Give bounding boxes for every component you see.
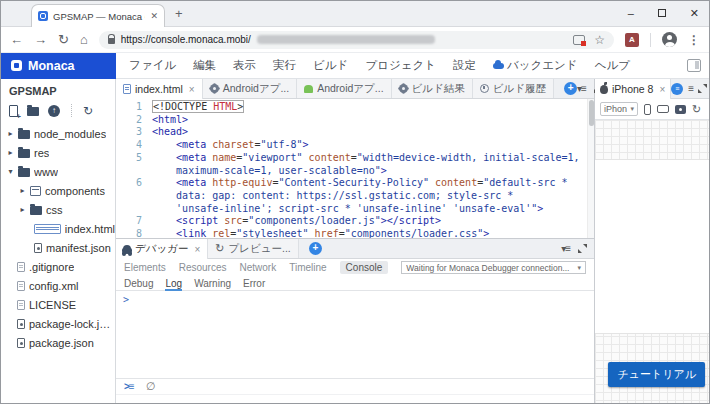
tree-item-node-modules[interactable]: ▸node_modules — [1, 124, 115, 143]
screenshot-icon[interactable] — [675, 105, 686, 114]
tab-timeline[interactable]: Timeline — [289, 262, 326, 273]
tab-network[interactable]: Network — [240, 262, 277, 273]
forward-icon[interactable]: → — [34, 33, 47, 46]
filter-error[interactable]: Error — [243, 278, 265, 289]
console-input-icon[interactable]: >≡ — [124, 381, 134, 392]
console-output[interactable]: > — [116, 291, 594, 378]
tree-item-css[interactable]: ▸css — [1, 200, 115, 219]
code-lines: 1<!DOCTYPE HTML>2<html>3<head>4 <meta ch… — [116, 101, 594, 238]
close-icon[interactable]: × — [194, 244, 200, 255]
tree-item-res[interactable]: ▸res — [1, 143, 115, 162]
menu-run[interactable]: 実行 — [273, 58, 296, 73]
extension-badge-icon[interactable] — [573, 35, 585, 45]
menu-help[interactable]: ヘルプ — [595, 58, 630, 73]
pdf-extension-icon[interactable]: A — [625, 33, 639, 47]
bug-icon — [123, 245, 131, 254]
tutorial-button[interactable]: チュートリアル — [608, 362, 705, 387]
tab-debugger[interactable]: デバッガー × — [116, 239, 208, 259]
filter-log[interactable]: Log — [165, 278, 182, 289]
html-file-icon — [123, 84, 131, 94]
home-icon[interactable]: ⌂ — [80, 33, 88, 46]
browser-tab[interactable]: GPSMAP — Monaca Cloud IDE ✕ — [31, 4, 165, 27]
tree-item-components[interactable]: ▸components — [1, 181, 115, 200]
clear-console-icon[interactable]: ∅ — [146, 381, 156, 392]
chevron-right-icon[interactable]: ▸ — [19, 186, 26, 195]
menu-build[interactable]: ビルド — [313, 58, 348, 73]
new-file-icon[interactable] — [9, 105, 18, 117]
menu-project[interactable]: プロジェクト — [365, 58, 436, 73]
preview-refresh-icon[interactable]: ↻ — [692, 104, 701, 115]
back-icon[interactable]: ← — [10, 33, 23, 46]
tree-item-manifest-json[interactable]: manifest.json — [1, 238, 115, 257]
close-window-button[interactable]: ✕ — [690, 8, 699, 19]
tab-build-history[interactable]: ビルド履歴 — [473, 79, 554, 98]
preview-area: チュートリアル — [595, 120, 709, 404]
browser-menu-icon[interactable]: ⋮ — [688, 33, 700, 47]
tab-resources[interactable]: Resources — [179, 262, 227, 273]
tree-item-package-lock-json[interactable]: package-lock.json — [1, 314, 115, 333]
bookmark-star-icon[interactable]: ☆ — [594, 34, 605, 46]
menu-edit[interactable]: 編集 — [193, 58, 216, 73]
tab-list-icon[interactable]: ▾≡ — [577, 83, 586, 94]
tree-item-index-html[interactable]: index.html — [1, 219, 115, 238]
tree-item-package-json[interactable]: package.json — [1, 333, 115, 352]
expand-icon[interactable] — [578, 244, 587, 253]
preview-settings-icon[interactable]: ≡ — [671, 83, 683, 95]
code-line: 3<head> — [116, 126, 594, 139]
new-tab-button[interactable]: + — [175, 6, 183, 21]
editor-scrollbar[interactable] — [587, 99, 594, 238]
close-icon[interactable]: × — [659, 84, 665, 95]
tab-android-app-2[interactable]: Androidアプ... — [297, 79, 391, 98]
tab-list-icon[interactable]: ▾≡ — [561, 243, 570, 254]
address-bar[interactable]: https://console.monaca.mobi/ ☆ — [99, 31, 614, 49]
console-filter-tabs: Debug Log Warning Error — [116, 276, 594, 291]
folder-icon — [18, 130, 30, 139]
tree-item-config-xml[interactable]: config.xml — [1, 276, 115, 295]
menu-file[interactable]: ファイル — [129, 58, 176, 73]
tab-list-icon[interactable]: ≡ — [688, 83, 693, 94]
debugger-connection-dropdown[interactable]: Waiting for Monaca Debugger connection..… — [401, 261, 586, 274]
profile-avatar-icon[interactable] — [662, 32, 677, 47]
folder-icon — [30, 206, 42, 215]
tree-item-gitignore[interactable]: .gitignore — [1, 257, 115, 276]
tab-elements[interactable]: Elements — [124, 262, 166, 273]
upload-icon[interactable]: ↑ — [48, 105, 60, 117]
code-editor[interactable]: 1<!DOCTYPE HTML>2<html>3<head>4 <meta ch… — [116, 99, 594, 238]
expand-icon[interactable] — [698, 84, 707, 93]
tab-iphone-8[interactable]: iPhone 8 × — [595, 79, 671, 99]
portrait-icon[interactable] — [644, 104, 651, 115]
layout-panel-icon[interactable] — [687, 59, 701, 72]
tab-preview-pane[interactable]: ↻ プレビュー... — [208, 239, 298, 258]
filter-debug[interactable]: Debug — [124, 278, 153, 289]
close-icon[interactable]: × — [189, 84, 195, 95]
tab-close-icon[interactable]: ✕ — [150, 11, 158, 21]
code-line: data: gap: content: https://ssl.gstatic.… — [116, 190, 594, 203]
tree-item-license[interactable]: LICENSE — [1, 295, 115, 314]
refresh-tree-icon[interactable]: ↻ — [83, 105, 93, 117]
menu-backend[interactable]: バックエンド — [493, 58, 578, 73]
landscape-icon[interactable] — [657, 105, 669, 113]
chevron-down-icon[interactable]: ▾ — [7, 167, 14, 176]
tab-build-result[interactable]: ビルド結果 — [392, 79, 473, 98]
scrollbar-thumb[interactable] — [589, 100, 594, 126]
filter-warning[interactable]: Warning — [194, 278, 231, 289]
add-tab-icon[interactable]: + — [564, 82, 577, 95]
tabbar-actions: ≡ ≡ — [671, 79, 710, 98]
menu-view[interactable]: 表示 — [233, 58, 256, 73]
chevron-right-icon[interactable]: ▸ — [7, 129, 14, 138]
tab-console[interactable]: Console — [340, 261, 389, 274]
components-folder-icon — [30, 186, 41, 196]
url-text: https://console.monaca.mobi/ — [121, 34, 251, 45]
add-tab-icon[interactable]: + — [309, 242, 322, 255]
minimize-button[interactable]: – — [628, 8, 634, 19]
tab-index-html[interactable]: index.html × — [116, 79, 203, 99]
menu-settings[interactable]: 設定 — [453, 58, 476, 73]
chevron-right-icon[interactable]: ▸ — [19, 205, 26, 214]
tab-android-app-1[interactable]: Androidアプ... — [203, 79, 297, 98]
reload-icon[interactable]: ↻ — [58, 33, 69, 46]
tree-item-www[interactable]: ▾www — [1, 162, 115, 181]
maximize-button[interactable] — [658, 8, 666, 19]
chevron-right-icon[interactable]: ▸ — [7, 148, 14, 157]
new-folder-icon[interactable] — [27, 107, 39, 116]
device-select[interactable]: iPhon ▾ — [600, 102, 638, 116]
